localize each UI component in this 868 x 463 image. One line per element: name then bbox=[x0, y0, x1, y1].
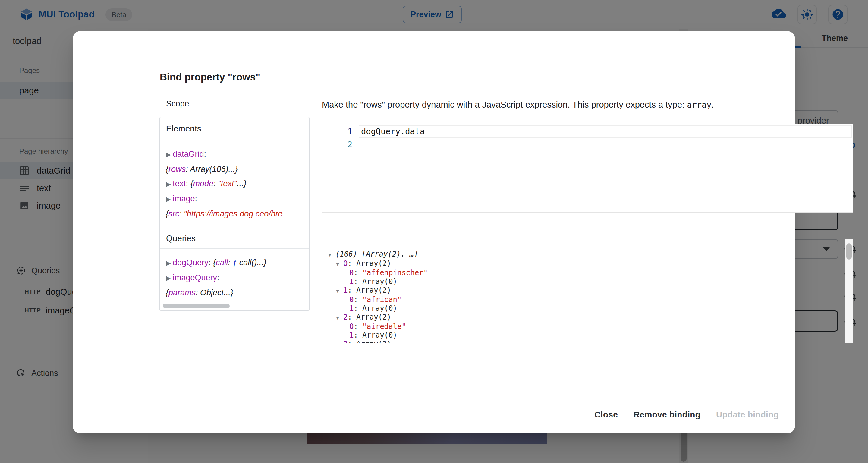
json-tree-row[interactable]: ▼3: Array(2) bbox=[324, 340, 853, 343]
result-tree-scrollbar[interactable] bbox=[845, 239, 852, 343]
elements-tree: ▶ dataGrid:{rows: Array(106)...}▶ text: … bbox=[160, 140, 309, 228]
close-button[interactable]: Close bbox=[587, 405, 626, 425]
editor-cursor bbox=[360, 126, 361, 137]
editor-code: dogQuery.data bbox=[361, 124, 425, 138]
screen: MUI Toolpad Beta Preview bbox=[0, 0, 868, 463]
json-tree-row[interactable]: 0: "african" bbox=[324, 296, 853, 304]
json-tree-row[interactable]: 0: "airedale" bbox=[324, 322, 853, 331]
scope-tree-line[interactable]: {params: Object...} bbox=[166, 285, 309, 300]
json-tree-row[interactable]: ▼1: Array(2) bbox=[324, 286, 853, 296]
json-tree-row[interactable]: ▼(106) [Array(2), …] bbox=[324, 250, 853, 259]
json-tree-rows: ▼(106) [Array(2), …]▼0: Array(2)0: "affe… bbox=[324, 239, 853, 343]
json-tree-row[interactable]: ▼2: Array(2) bbox=[324, 313, 853, 322]
scope-browser: Elements ▶ dataGrid:{rows: Array(106)...… bbox=[159, 117, 310, 311]
scope-tree-line[interactable]: ▶ imageQuery: bbox=[166, 270, 309, 285]
expected-type: array bbox=[687, 100, 711, 110]
triangle-expanded-icon[interactable]: ▼ bbox=[328, 250, 336, 259]
elements-header: Elements bbox=[160, 117, 309, 140]
queries-tree: ▶ dogQuery: {call: ƒ call()...}▶ imageQu… bbox=[160, 249, 309, 307]
scope-tree-line[interactable]: ▶ text: {mode: "text"...} bbox=[166, 176, 309, 191]
remove-binding-button[interactable]: Remove binding bbox=[626, 405, 708, 425]
scope-tree-line[interactable]: {rows: Array(106)...} bbox=[166, 162, 309, 176]
editor-current-line bbox=[359, 125, 852, 138]
dialog-description: Make the "rows" property dynamic with a … bbox=[322, 100, 714, 110]
description-period: . bbox=[711, 100, 714, 110]
triangle-expanded-icon[interactable]: ▼ bbox=[336, 340, 343, 343]
line-number-1: 1 bbox=[328, 125, 352, 138]
scope-tree-line[interactable]: ▶ dataGrid: bbox=[166, 147, 309, 162]
triangle-expanded-icon[interactable]: ▼ bbox=[336, 313, 343, 322]
result-tree-scrollbar-thumb[interactable] bbox=[846, 243, 852, 259]
json-tree-row[interactable]: 0: "affenpinscher" bbox=[324, 269, 853, 277]
scope-label: Scope bbox=[166, 99, 189, 109]
dialog-title: Bind property "rows" bbox=[160, 71, 260, 83]
json-tree-row[interactable]: 1: Array(0) bbox=[324, 277, 853, 286]
description-text: Make the "rows" property dynamic with a … bbox=[322, 100, 687, 110]
line-number-2: 2 bbox=[328, 138, 352, 151]
triangle-expanded-icon[interactable]: ▼ bbox=[336, 287, 343, 296]
expression-result-tree[interactable]: ▼(106) [Array(2), …]▼0: Array(2)0: "affe… bbox=[324, 239, 853, 343]
json-tree-row[interactable]: ▼0: Array(2) bbox=[324, 259, 853, 269]
triangle-expanded-icon[interactable]: ▼ bbox=[336, 260, 343, 269]
scope-tree-line[interactable]: ▶ image: bbox=[166, 191, 309, 207]
json-tree-row[interactable]: 1: Array(0) bbox=[324, 331, 853, 340]
queries-header: Queries bbox=[160, 228, 309, 249]
js-expression-editor[interactable]: 1 2 dogQuery.data bbox=[322, 124, 853, 213]
scope-tree-line[interactable]: ▶ dogQuery: {call: ƒ call()...} bbox=[166, 255, 309, 270]
scope-horizontal-scrollbar-thumb[interactable] bbox=[163, 304, 230, 308]
update-binding-button[interactable]: Update binding bbox=[708, 405, 786, 425]
bind-property-dialog: Bind property "rows" Scope Elements ▶ da… bbox=[73, 31, 795, 433]
dialog-actions: Close Remove binding Update binding bbox=[587, 403, 786, 426]
json-tree-row[interactable]: 1: Array(0) bbox=[324, 304, 853, 313]
scope-tree-line[interactable]: {src: "https://images.dog.ceo/bre bbox=[166, 207, 309, 221]
